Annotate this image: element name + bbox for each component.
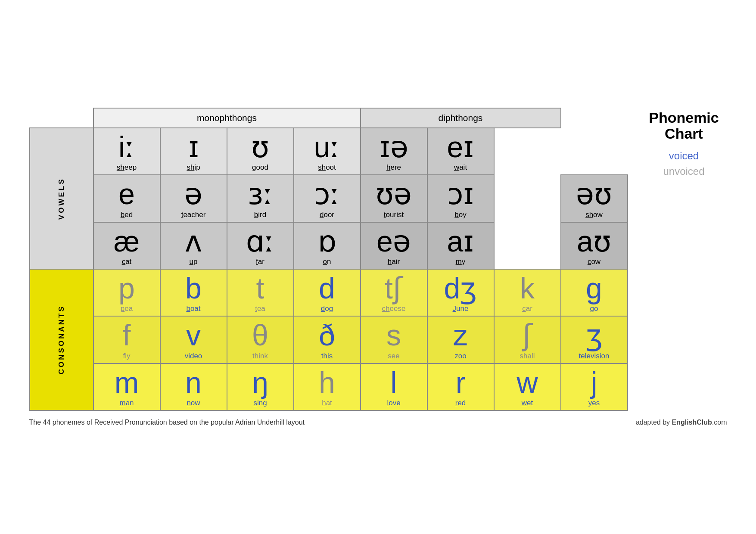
consonant-cell: ggo <box>561 269 628 316</box>
consonant-cell: dʒJune <box>427 269 494 316</box>
consonant-cell: kcar <box>494 269 561 316</box>
diphthong-cell: ɪəhere <box>361 128 427 175</box>
consonant-cell: ttea <box>227 269 294 316</box>
legend-box: Phonemic Chart voiced unvoiced <box>628 108 727 177</box>
phoneme-cell: æcat <box>93 222 160 269</box>
consonant-cell: ppea <box>93 269 160 316</box>
phoneme-cell: ɪship <box>160 128 227 175</box>
consonant-cell: bboat <box>160 269 227 316</box>
consonant-cell: hhat <box>294 363 361 410</box>
diphthong-cell: ʊətourist <box>361 175 427 222</box>
vowels-label: VOWELS <box>30 128 93 269</box>
diphthong-cell: aʊcow <box>561 222 628 269</box>
footer-note: The 44 phonemes of Received Pronunciatio… <box>29 419 305 426</box>
consonant-cell: zzoo <box>427 316 494 363</box>
consonant-cell: ssee <box>361 316 427 363</box>
phoneme-cell: ɜːbird <box>227 175 294 222</box>
consonant-cell: nnow <box>160 363 227 410</box>
consonant-cell: wwet <box>494 363 561 410</box>
phoneme-cell: uːshoot <box>294 128 361 175</box>
phoneme-cell: ɒon <box>294 222 361 269</box>
diphthong-cell: əʊshow <box>561 175 628 222</box>
legend-title: Phonemic Chart <box>649 110 719 142</box>
consonant-cell: tʃcheese <box>361 269 427 316</box>
phoneme-cell: iːsheep <box>93 128 160 175</box>
chart-container: monophthongs diphthongs VOWELSiːsheepɪsh… <box>29 108 628 411</box>
phoneme-cell: ʊgood <box>227 128 294 175</box>
phoneme-cell: ɔːdoor <box>294 175 361 222</box>
consonant-cell: llove <box>361 363 427 410</box>
consonant-cell: rred <box>427 363 494 410</box>
consonant-cell: vvideo <box>160 316 227 363</box>
phoneme-cell: ɑːfar <box>227 222 294 269</box>
consonant-cell: ʒtelevision <box>561 316 628 363</box>
footer: The 44 phonemes of Received Pronunciatio… <box>29 419 727 426</box>
diphthong-cell: aɪmy <box>427 222 494 269</box>
legend-voiced: voiced <box>669 150 699 162</box>
page-wrapper: monophthongs diphthongs VOWELSiːsheepɪsh… <box>29 108 727 426</box>
diphthong-cell: ɔɪboy <box>427 175 494 222</box>
footer-credit: adapted by EnglishClub.com <box>636 419 727 426</box>
phoneme-cell: əteacher <box>160 175 227 222</box>
footer-brand: EnglishClub <box>672 419 712 426</box>
consonants-label: CONSONANTS <box>30 269 93 410</box>
phoneme-cell: ebed <box>93 175 160 222</box>
monophthongs-header: monophthongs <box>93 108 361 128</box>
phonemic-chart: monophthongs diphthongs VOWELSiːsheepɪsh… <box>29 108 628 411</box>
legend-unvoiced: unvoiced <box>663 165 704 177</box>
consonant-cell: jyes <box>561 363 628 410</box>
consonant-cell: θthink <box>227 316 294 363</box>
phoneme-cell: ʌup <box>160 222 227 269</box>
consonant-cell: ʃshall <box>494 316 561 363</box>
consonant-cell: ffly <box>93 316 160 363</box>
consonant-cell: ddog <box>294 269 361 316</box>
diphthong-cell: eəhair <box>361 222 427 269</box>
consonant-cell: mman <box>93 363 160 410</box>
diphthong-cell: eɪwait <box>427 128 494 175</box>
consonant-cell: ŋsing <box>227 363 294 410</box>
diphthongs-header: diphthongs <box>361 108 561 128</box>
consonant-cell: ðthis <box>294 316 361 363</box>
